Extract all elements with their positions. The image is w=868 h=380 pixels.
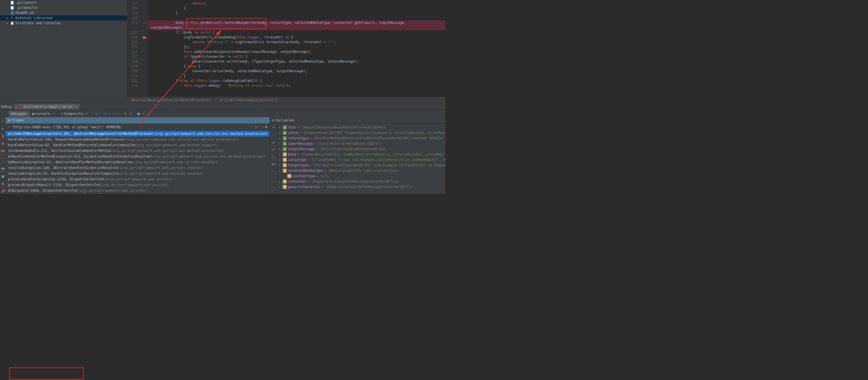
stack-frame[interactable]: processHandlerException:1298, Dispatcher…: [6, 176, 270, 182]
settings-icon[interactable]: ⚙: [0, 181, 6, 186]
stack-frame[interactable]: processDispatchResult:1110, DispatcherSe…: [6, 182, 270, 188]
up-icon[interactable]: ▲: [271, 139, 277, 145]
next-frame-icon[interactable]: ↓: [262, 125, 264, 129]
stack-frame[interactable]: doResolveHandlerMethodException:412, Exc…: [6, 153, 270, 159]
stack-frame[interactable]: doDispatch:1056, DispatcherServlet (org.…: [6, 188, 270, 194]
tree-item[interactable]: ▸⊪External Libraries: [0, 15, 127, 21]
tree-item[interactable]: 📘README.md: [0, 10, 127, 15]
expand-arrow-icon[interactable]: ▸: [279, 148, 282, 150]
drop-frame-icon[interactable]: ⟲: [123, 111, 128, 116]
glasses-icon[interactable]: 👓: [271, 162, 277, 167]
variable-item[interactable]: ▸fvalueType = {Class@5600} "class com.ex…: [278, 157, 445, 163]
stack-frame[interactable]: handleReturnValue:82, HandlerMethodRetur…: [6, 142, 270, 148]
tree-item[interactable]: 📄.gitignore: [0, 0, 127, 5]
breadcrumb-method[interactable]: writeWithMessageConverters(): [220, 98, 278, 102]
variables-list[interactable]: ▸pthis = {RequestResponseBodyMethodProce…: [278, 124, 445, 194]
code-editor[interactable]: 217218219220221 222223224225226227228229…: [127, 0, 445, 97]
variable-item[interactable]: fcontentType = null: [278, 173, 445, 179]
code-line[interactable]: } else if (this.logger.isDebugEnabled())…: [149, 78, 445, 83]
tab-console[interactable]: ▣Console→*: [30, 111, 58, 116]
expand-arrow-icon[interactable]: ▸: [279, 126, 282, 129]
expand-arrow-icon[interactable]: ▸: [279, 131, 282, 134]
variable-item[interactable]: ▸fgenericConverter = {MappingJackson2Htt…: [278, 184, 445, 189]
add-watch-icon[interactable]: +: [271, 125, 277, 130]
variable-item[interactable]: ▸fselectedMediaType = {MediaType@5710} "…: [278, 168, 445, 173]
code-line[interactable]: if (genericConverter != null) {: [149, 54, 445, 59]
code-line[interactable]: }: [149, 6, 445, 11]
expand-arrow-icon[interactable]: ▸: [279, 164, 282, 167]
variable-item[interactable]: ▸fconverter = {MappingJackson2HttpMessag…: [278, 179, 445, 184]
run-to-cursor-icon[interactable]: →|: [128, 111, 133, 116]
evaluate-icon[interactable]: ▦: [136, 111, 141, 116]
expand-arrow-icon[interactable]: ▸: [279, 137, 282, 140]
code-line[interactable]: if (body != null) {: [149, 30, 445, 35]
code-content[interactable]: return; } } body = this.getAdvice().befo…: [149, 0, 445, 97]
pause-icon[interactable]: ∥: [0, 133, 6, 139]
rerun-icon[interactable]: ↻: [0, 118, 6, 124]
expand-arrow-icon[interactable]: ▸: [279, 169, 282, 172]
frames-panel[interactable]: ⊞ Frames ✓ "http-nio-8080-exec-1"@5,301 …: [6, 117, 270, 194]
debug-actions-bar[interactable]: ↻ ▶ ∥ ■ ●● ⊘ 📷 ▦ ⚙ 📌: [0, 117, 6, 194]
tree-item[interactable]: 📄.gitmodules: [0, 5, 127, 10]
step-out-icon[interactable]: ↑: [118, 111, 122, 116]
expand-arrow-icon[interactable]: ▸: [279, 153, 282, 156]
stop-icon[interactable]: ■: [0, 140, 6, 146]
threads-icon[interactable]: ≡: [94, 111, 99, 116]
expand-arrow-icon[interactable]: ▸: [279, 142, 282, 145]
code-line[interactable]: } else {: [149, 64, 445, 69]
breadcrumb-class[interactable]: AbstractMessageConverterMethodProcessor: [131, 98, 211, 102]
variables-panel[interactable]: ↗ ≡ Variables + − ▲ ▼ ⎘ 👓 ▸pthis = {Requ…: [270, 117, 445, 194]
debug-tool-window-header[interactable]: Debug: 🐞 UnifiedreturnApplication ×: [0, 103, 445, 110]
variable-item[interactable]: ▸ftargetType = {ParameterizedTypeImpl@57…: [278, 163, 445, 168]
step-over-icon[interactable]: ↷: [102, 111, 107, 116]
stack-frame[interactable]: resolveException:140, AbstractHandlerExc…: [6, 165, 270, 171]
chevron-down-icon[interactable]: ▾: [253, 125, 258, 129]
expand-arrow-icon[interactable]: ▸: [279, 180, 282, 183]
mute-breakpoints-icon[interactable]: ⊘: [0, 155, 6, 161]
stack-frame[interactable]: handleReturnValue:180, RequestResponseBo…: [6, 137, 270, 142]
variable-item[interactable]: ▸poutputMessage = {ServletServerHttpResp…: [278, 146, 445, 151]
code-line[interactable]: body = this.getAdvice().beforeBodyWrite(…: [149, 21, 445, 25]
trace-icon[interactable]: ═: [142, 111, 146, 116]
resume-icon[interactable]: ▶: [0, 126, 6, 131]
expand-arrow-icon[interactable]: ▸: [279, 159, 282, 161]
code-line[interactable]: return;: [149, 1, 445, 6]
expand-arrow-icon[interactable]: ▸: [279, 185, 282, 188]
code-line[interactable]: this.addContentDispositionHeader(inputMe…: [149, 49, 445, 54]
gutter-icons[interactable]: ✔↵: [141, 0, 149, 97]
breadcrumb[interactable]: AbstractMessageConverterMethodProcessor …: [0, 97, 445, 103]
variables-actions[interactable]: + − ▲ ▼ ⎘ 👓: [270, 124, 278, 194]
variable-item[interactable]: ▸fbody = {CommonResult@5705} "CommonResu…: [278, 151, 445, 157]
code-line[interactable]: LogFormatUtils.traceDebug(this.logger, (…: [149, 35, 445, 40]
layout-icon[interactable]: ▦: [0, 173, 6, 179]
code-line[interactable]: genericConverter.write(body, (Type)targe…: [149, 59, 445, 64]
down-icon[interactable]: ▼: [271, 147, 277, 152]
step-into-icon[interactable]: ↓: [107, 111, 112, 116]
stack-frame[interactable]: writeWithMessageConverters:281, Abstract…: [6, 131, 270, 137]
filter-icon[interactable]: ▼: [265, 125, 267, 129]
tree-item[interactable]: ▸📋Scratches and Consoles: [0, 21, 127, 26]
stack-frame[interactable]: resolveException:79, HandlerExceptionRes…: [6, 171, 270, 176]
debug-toolbar[interactable]: Debugger ▣Console→* ⬡Endpoints→* ≡ ↷ ↓ ⇓…: [0, 110, 445, 117]
close-icon[interactable]: ×: [74, 105, 76, 109]
view-breakpoints-icon[interactable]: ●●: [0, 148, 6, 153]
force-step-into-icon[interactable]: ⇓: [113, 111, 117, 116]
frames-list[interactable]: writeWithMessageConverters:281, Abstract…: [6, 131, 270, 194]
project-tree[interactable]: 📄.gitignore📄.gitmodules📘README.md▸⊪Exter…: [0, 0, 127, 97]
variable-item[interactable]: ▸preturnType = {HandlerMethod$ReturnValu…: [278, 135, 445, 141]
code-line[interactable]: [149, 15, 445, 21]
copy-icon[interactable]: ⎘: [271, 154, 277, 160]
code-line[interactable]: return "Writing [" + LogFormatUtils.form…: [149, 40, 445, 45]
tab-endpoints[interactable]: ⬡Endpoints→*: [58, 111, 90, 116]
camera-icon[interactable]: 📷: [0, 166, 6, 172]
thread-selector[interactable]: ✓ "http-nio-8080-exec-1"@5,301 in group …: [6, 124, 270, 131]
debug-config-tab[interactable]: 🐞 UnifiedreturnApplication ×: [14, 104, 80, 109]
code-line[interactable]: }: [149, 74, 445, 78]
variable-item[interactable]: ▸pinputMessage = {ServletServerHttpReque…: [278, 141, 445, 146]
remove-watch-icon[interactable]: −: [271, 132, 277, 138]
code-line[interactable]: });: [149, 45, 445, 49]
tab-debugger[interactable]: Debugger: [8, 111, 30, 116]
variable-item[interactable]: ▸pvalue = {CommonResult@5705} "CommonRes…: [278, 130, 445, 135]
code-line[interactable]: converter.write(body, selectedMediaType,…: [149, 69, 445, 74]
code-line[interactable]: this.logger.debug( "Nothing to write: nu…: [149, 83, 445, 88]
